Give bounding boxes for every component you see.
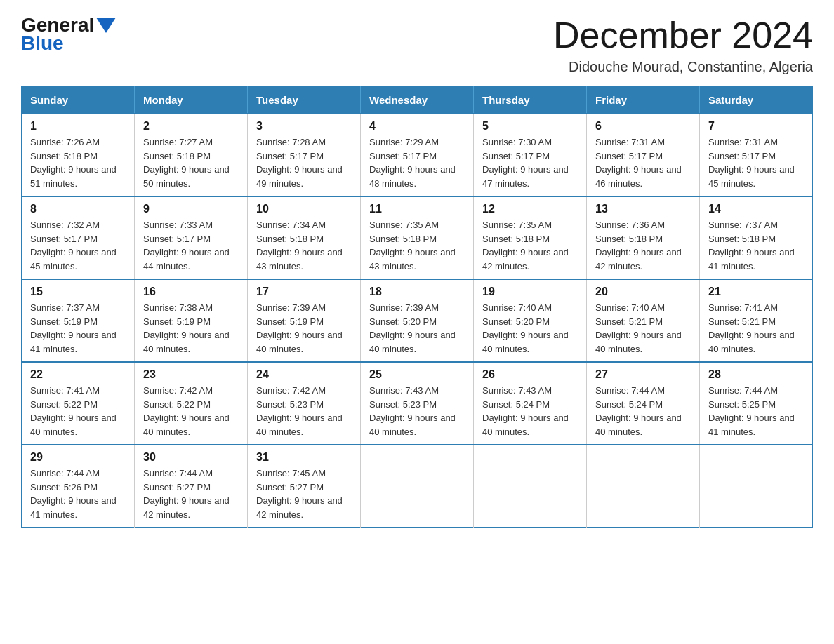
day-number: 18 bbox=[369, 286, 465, 298]
logo: General Blue bbox=[21, 14, 116, 55]
month-year-title: December 2024 bbox=[553, 14, 813, 56]
calendar-cell: 31Sunrise: 7:45 AMSunset: 5:27 PMDayligh… bbox=[248, 445, 361, 528]
calendar-week-row: 1Sunrise: 7:26 AMSunset: 5:18 PMDaylight… bbox=[22, 114, 813, 196]
weekday-header-row: SundayMondayTuesdayWednesdayThursdayFrid… bbox=[22, 87, 813, 114]
day-info: Sunrise: 7:41 AMSunset: 5:21 PMDaylight:… bbox=[708, 301, 804, 356]
day-info: Sunrise: 7:44 AMSunset: 5:25 PMDaylight:… bbox=[708, 384, 804, 438]
day-number: 14 bbox=[708, 203, 804, 215]
day-number: 10 bbox=[256, 203, 352, 215]
day-info: Sunrise: 7:38 AMSunset: 5:19 PMDaylight:… bbox=[143, 301, 239, 356]
day-info: Sunrise: 7:44 AMSunset: 5:26 PMDaylight:… bbox=[30, 467, 126, 521]
calendar-week-row: 15Sunrise: 7:37 AMSunset: 5:19 PMDayligh… bbox=[22, 279, 813, 362]
day-number: 24 bbox=[256, 368, 352, 381]
day-info: Sunrise: 7:37 AMSunset: 5:19 PMDaylight:… bbox=[30, 301, 126, 356]
calendar-cell: 20Sunrise: 7:40 AMSunset: 5:21 PMDayligh… bbox=[587, 279, 700, 362]
day-info: Sunrise: 7:40 AMSunset: 5:20 PMDaylight:… bbox=[482, 301, 578, 356]
calendar-cell bbox=[587, 445, 700, 528]
day-number: 20 bbox=[595, 286, 691, 298]
calendar-cell: 6Sunrise: 7:31 AMSunset: 5:17 PMDaylight… bbox=[587, 114, 700, 196]
day-number: 22 bbox=[30, 368, 126, 381]
calendar-cell: 9Sunrise: 7:33 AMSunset: 5:17 PMDaylight… bbox=[135, 196, 248, 279]
calendar-cell: 2Sunrise: 7:27 AMSunset: 5:18 PMDaylight… bbox=[135, 114, 248, 196]
calendar-cell: 23Sunrise: 7:42 AMSunset: 5:22 PMDayligh… bbox=[135, 362, 248, 445]
day-number: 12 bbox=[482, 203, 578, 215]
day-info: Sunrise: 7:36 AMSunset: 5:18 PMDaylight:… bbox=[595, 218, 691, 273]
calendar-cell: 17Sunrise: 7:39 AMSunset: 5:19 PMDayligh… bbox=[248, 279, 361, 362]
day-number: 25 bbox=[369, 368, 465, 381]
day-info: Sunrise: 7:35 AMSunset: 5:18 PMDaylight:… bbox=[482, 218, 578, 273]
calendar-week-row: 22Sunrise: 7:41 AMSunset: 5:22 PMDayligh… bbox=[22, 362, 813, 445]
calendar-cell: 22Sunrise: 7:41 AMSunset: 5:22 PMDayligh… bbox=[22, 362, 135, 445]
calendar-cell bbox=[474, 445, 587, 528]
calendar-cell: 16Sunrise: 7:38 AMSunset: 5:19 PMDayligh… bbox=[135, 279, 248, 362]
calendar-cell: 18Sunrise: 7:39 AMSunset: 5:20 PMDayligh… bbox=[361, 279, 474, 362]
calendar-cell: 15Sunrise: 7:37 AMSunset: 5:19 PMDayligh… bbox=[22, 279, 135, 362]
day-number: 26 bbox=[482, 368, 578, 381]
day-number: 28 bbox=[708, 368, 804, 381]
day-number: 9 bbox=[143, 203, 239, 215]
day-info: Sunrise: 7:39 AMSunset: 5:20 PMDaylight:… bbox=[369, 301, 465, 356]
day-number: 16 bbox=[143, 286, 239, 298]
calendar-cell: 27Sunrise: 7:44 AMSunset: 5:24 PMDayligh… bbox=[587, 362, 700, 445]
calendar-cell: 10Sunrise: 7:34 AMSunset: 5:18 PMDayligh… bbox=[248, 196, 361, 279]
day-info: Sunrise: 7:42 AMSunset: 5:22 PMDaylight:… bbox=[143, 384, 239, 438]
day-number: 3 bbox=[256, 120, 352, 133]
day-info: Sunrise: 7:35 AMSunset: 5:18 PMDaylight:… bbox=[369, 218, 465, 273]
day-info: Sunrise: 7:28 AMSunset: 5:17 PMDaylight:… bbox=[256, 135, 352, 190]
day-info: Sunrise: 7:44 AMSunset: 5:24 PMDaylight:… bbox=[595, 384, 691, 438]
day-number: 7 bbox=[708, 120, 804, 133]
calendar-cell: 19Sunrise: 7:40 AMSunset: 5:20 PMDayligh… bbox=[474, 279, 587, 362]
calendar-week-row: 29Sunrise: 7:44 AMSunset: 5:26 PMDayligh… bbox=[22, 445, 813, 528]
day-number: 29 bbox=[30, 451, 126, 464]
calendar-cell bbox=[361, 445, 474, 528]
weekday-header-friday: Friday bbox=[587, 87, 700, 114]
calendar-cell: 3Sunrise: 7:28 AMSunset: 5:17 PMDaylight… bbox=[248, 114, 361, 196]
svg-marker-0 bbox=[96, 18, 116, 33]
calendar-cell: 1Sunrise: 7:26 AMSunset: 5:18 PMDaylight… bbox=[22, 114, 135, 196]
day-number: 17 bbox=[256, 286, 352, 298]
weekday-header-tuesday: Tuesday bbox=[248, 87, 361, 114]
day-info: Sunrise: 7:43 AMSunset: 5:23 PMDaylight:… bbox=[369, 384, 465, 438]
day-number: 30 bbox=[143, 451, 239, 464]
calendar-cell: 5Sunrise: 7:30 AMSunset: 5:17 PMDaylight… bbox=[474, 114, 587, 196]
calendar-cell bbox=[700, 445, 813, 528]
day-info: Sunrise: 7:37 AMSunset: 5:18 PMDaylight:… bbox=[708, 218, 804, 273]
day-info: Sunrise: 7:45 AMSunset: 5:27 PMDaylight:… bbox=[256, 467, 352, 521]
logo-blue-text: Blue bbox=[21, 32, 64, 55]
calendar-cell: 25Sunrise: 7:43 AMSunset: 5:23 PMDayligh… bbox=[361, 362, 474, 445]
day-number: 5 bbox=[482, 120, 578, 133]
day-number: 11 bbox=[369, 203, 465, 215]
day-info: Sunrise: 7:32 AMSunset: 5:17 PMDaylight:… bbox=[30, 218, 126, 273]
page-header: General Blue December 2024 Didouche Mour… bbox=[21, 14, 813, 75]
weekday-header-sunday: Sunday bbox=[22, 87, 135, 114]
calendar-cell: 4Sunrise: 7:29 AMSunset: 5:17 PMDaylight… bbox=[361, 114, 474, 196]
location-subtitle: Didouche Mourad, Constantine, Algeria bbox=[553, 59, 813, 75]
calendar-cell: 24Sunrise: 7:42 AMSunset: 5:23 PMDayligh… bbox=[248, 362, 361, 445]
day-info: Sunrise: 7:41 AMSunset: 5:22 PMDaylight:… bbox=[30, 384, 126, 438]
calendar-cell: 14Sunrise: 7:37 AMSunset: 5:18 PMDayligh… bbox=[700, 196, 813, 279]
calendar-table: SundayMondayTuesdayWednesdayThursdayFrid… bbox=[21, 86, 813, 528]
day-info: Sunrise: 7:30 AMSunset: 5:17 PMDaylight:… bbox=[482, 135, 578, 190]
weekday-header-saturday: Saturday bbox=[700, 87, 813, 114]
day-number: 27 bbox=[595, 368, 691, 381]
calendar-cell: 21Sunrise: 7:41 AMSunset: 5:21 PMDayligh… bbox=[700, 279, 813, 362]
day-info: Sunrise: 7:34 AMSunset: 5:18 PMDaylight:… bbox=[256, 218, 352, 273]
title-area: December 2024 Didouche Mourad, Constanti… bbox=[553, 14, 813, 75]
day-number: 23 bbox=[143, 368, 239, 381]
calendar-cell: 7Sunrise: 7:31 AMSunset: 5:17 PMDaylight… bbox=[700, 114, 813, 196]
day-info: Sunrise: 7:31 AMSunset: 5:17 PMDaylight:… bbox=[595, 135, 691, 190]
weekday-header-wednesday: Wednesday bbox=[361, 87, 474, 114]
day-info: Sunrise: 7:43 AMSunset: 5:24 PMDaylight:… bbox=[482, 384, 578, 438]
calendar-cell: 11Sunrise: 7:35 AMSunset: 5:18 PMDayligh… bbox=[361, 196, 474, 279]
day-number: 15 bbox=[30, 286, 126, 298]
day-number: 31 bbox=[256, 451, 352, 464]
calendar-cell: 30Sunrise: 7:44 AMSunset: 5:27 PMDayligh… bbox=[135, 445, 248, 528]
calendar-cell: 12Sunrise: 7:35 AMSunset: 5:18 PMDayligh… bbox=[474, 196, 587, 279]
day-info: Sunrise: 7:29 AMSunset: 5:17 PMDaylight:… bbox=[369, 135, 465, 190]
day-number: 4 bbox=[369, 120, 465, 133]
day-number: 6 bbox=[595, 120, 691, 133]
day-number: 8 bbox=[30, 203, 126, 215]
calendar-cell: 13Sunrise: 7:36 AMSunset: 5:18 PMDayligh… bbox=[587, 196, 700, 279]
day-number: 21 bbox=[708, 286, 804, 298]
day-info: Sunrise: 7:40 AMSunset: 5:21 PMDaylight:… bbox=[595, 301, 691, 356]
